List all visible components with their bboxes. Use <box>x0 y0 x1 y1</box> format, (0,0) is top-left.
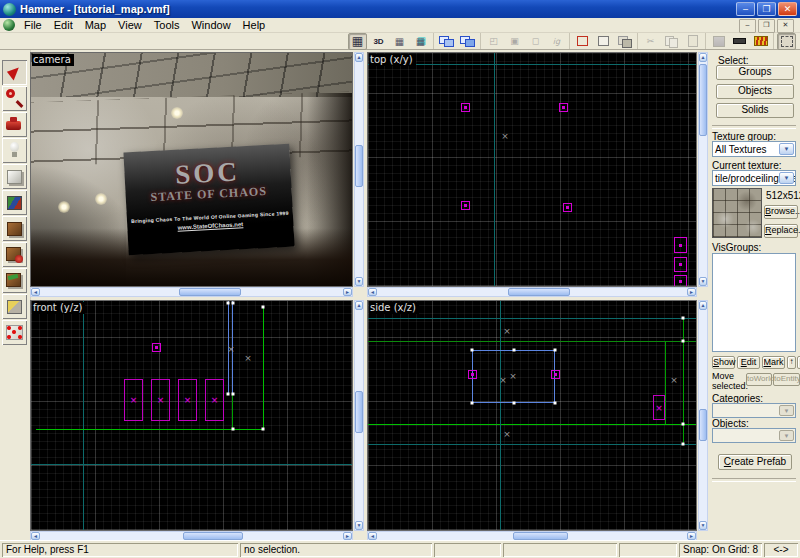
to-world-button[interactable]: toWorld <box>746 373 772 386</box>
cordon-toggle-icon[interactable] <box>615 33 634 50</box>
texture-application-tool[interactable] <box>2 190 27 215</box>
scroll-up-icon[interactable]: ▲ <box>355 301 363 310</box>
dropdown-arrow-icon[interactable]: ▼ <box>779 143 794 155</box>
vp-ent[interactable] <box>461 103 470 112</box>
scroll-right-icon[interactable]: ► <box>687 288 696 296</box>
scroll-thumb[interactable] <box>513 532 568 540</box>
carve-icon[interactable]: ◰ <box>484 33 503 50</box>
scroll-left-icon[interactable]: ◄ <box>31 532 40 540</box>
menu-view[interactable]: View <box>112 18 148 32</box>
groups-button[interactable]: Groups <box>716 65 794 80</box>
current-texture-dropdown[interactable]: tile/prodceilingtilea ▼ <box>712 170 796 186</box>
scroll-down-icon[interactable]: ▼ <box>355 521 363 530</box>
texture-lock-icon[interactable] <box>751 33 770 50</box>
menu-edit[interactable]: Edit <box>48 18 79 32</box>
scroll-down-icon[interactable]: ▼ <box>699 521 707 530</box>
to-entity-button[interactable]: toEntity <box>773 373 800 386</box>
viewport-camera[interactable]: SOC STATE OF CHAOS Bringing Chaos To The… <box>30 52 353 287</box>
vp-ent[interactable] <box>152 343 161 352</box>
cordon-edit-icon[interactable] <box>594 33 613 50</box>
viewport-front[interactable]: front (y/z) <box>30 300 353 531</box>
dropdown-arrow-icon[interactable]: ▼ <box>779 172 794 184</box>
menu-tools[interactable]: Tools <box>148 18 186 32</box>
close-button[interactable]: ✕ <box>778 2 797 16</box>
apply-current-texture-tool[interactable] <box>2 216 27 241</box>
dropdown-arrow-icon[interactable]: ▼ <box>779 430 794 441</box>
vertex-tool[interactable] <box>2 320 27 345</box>
group-icon[interactable]: ▣ <box>505 33 524 50</box>
save-icon[interactable] <box>709 33 728 50</box>
toggle-3d-grid-icon[interactable]: 3D <box>369 33 388 50</box>
scroll-left-icon[interactable]: ◄ <box>31 288 40 296</box>
visgroups-list[interactable] <box>712 253 796 352</box>
scroll-right-icon[interactable]: ► <box>343 532 352 540</box>
apply-decals-tool[interactable] <box>2 242 27 267</box>
toggle-grid-icon[interactable]: ▦ <box>348 33 367 50</box>
objects-dropdown[interactable]: ▼ <box>712 428 796 443</box>
visgroup-up-button[interactable]: ↑ <box>787 356 796 369</box>
minimize-button[interactable]: – <box>736 2 755 16</box>
copy-icon[interactable] <box>662 33 681 50</box>
scroll-left-icon[interactable]: ◄ <box>368 532 377 540</box>
create-prefab-button[interactable]: Create Prefab <box>718 454 792 470</box>
paste-icon[interactable] <box>683 33 702 50</box>
vp-rect[interactable] <box>151 379 170 421</box>
texture-preview[interactable] <box>712 188 762 238</box>
texture-group-dropdown[interactable]: All Textures ▼ <box>712 141 796 157</box>
vp-ent[interactable] <box>559 103 568 112</box>
vp-ent[interactable] <box>468 370 477 379</box>
grid-larger-icon[interactable]: ▦ <box>411 33 430 50</box>
vp-ent[interactable] <box>551 370 560 379</box>
vp-rect[interactable] <box>178 379 197 421</box>
selection-tool[interactable] <box>2 60 27 85</box>
mdi-minimize-button[interactable]: – <box>739 19 756 33</box>
status-resize-grip[interactable]: <-> <box>764 543 798 557</box>
vp-ent[interactable] <box>674 237 687 253</box>
replace-button[interactable]: Replace... <box>764 224 798 238</box>
scroll-thumb[interactable] <box>179 288 241 296</box>
mdi-restore-button[interactable]: ❐ <box>758 19 775 33</box>
vp-ent[interactable] <box>674 257 687 272</box>
vp-rect[interactable] <box>124 379 143 421</box>
scroll-thumb[interactable] <box>508 288 570 296</box>
menu-map[interactable]: Map <box>79 18 112 32</box>
visgroup-mark-button[interactable]: Mark <box>762 356 785 369</box>
categories-dropdown[interactable]: ▼ <box>712 403 796 418</box>
scroll-right-icon[interactable]: ► <box>343 288 352 296</box>
dropdown-arrow-icon[interactable]: ▼ <box>779 405 794 416</box>
scroll-thumb[interactable] <box>699 64 707 136</box>
scroll-up-icon[interactable]: ▲ <box>699 301 707 310</box>
vp-ent[interactable] <box>461 201 470 210</box>
scroll-thumb[interactable] <box>183 532 243 540</box>
scroll-up-icon[interactable]: ▲ <box>355 53 363 62</box>
vp-rect[interactable] <box>205 379 224 421</box>
vp-ent[interactable] <box>674 275 687 287</box>
cordon-texture-icon[interactable] <box>573 33 592 50</box>
ungroup-icon[interactable]: ◻ <box>526 33 545 50</box>
vp-ent[interactable] <box>563 203 572 212</box>
menu-window[interactable]: Window <box>185 18 236 32</box>
camera-tool[interactable] <box>2 112 27 137</box>
selection-box-icon[interactable] <box>777 33 796 50</box>
clipping-tool[interactable] <box>2 294 27 319</box>
objects-button[interactable]: Objects <box>716 84 794 99</box>
vp-rect[interactable] <box>653 395 665 420</box>
magnify-tool[interactable] <box>2 86 27 111</box>
cut-icon[interactable]: ✂ <box>641 33 660 50</box>
solids-button[interactable]: Solids <box>716 103 794 118</box>
visgroup-show-button[interactable]: Show <box>712 356 735 369</box>
side-vscrollbar[interactable]: ▲ ▼ <box>698 300 708 531</box>
scroll-down-icon[interactable]: ▼ <box>699 277 707 286</box>
scroll-up-icon[interactable]: ▲ <box>699 53 707 62</box>
scroll-thumb[interactable] <box>355 145 363 187</box>
browse-button[interactable]: Browse... <box>764 205 798 219</box>
mdi-close-button[interactable]: ✕ <box>777 19 794 33</box>
camera-vscrollbar[interactable]: ▲ ▼ <box>354 52 364 287</box>
overlay-tool[interactable] <box>2 268 27 293</box>
block-tool[interactable] <box>2 164 27 189</box>
top-hscrollbar[interactable]: ◄ ► <box>367 287 697 297</box>
top-vscrollbar[interactable]: ▲ ▼ <box>698 52 708 287</box>
camera-hscrollbar[interactable]: ◄ ► <box>30 287 353 297</box>
scroll-down-icon[interactable]: ▼ <box>355 277 363 286</box>
menu-file[interactable]: File <box>18 18 48 32</box>
